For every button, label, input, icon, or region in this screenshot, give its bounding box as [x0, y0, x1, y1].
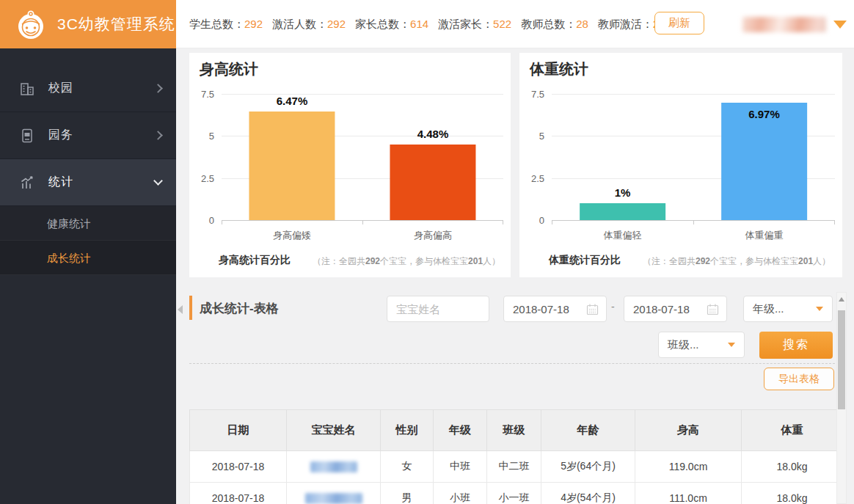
y-tick: 0 — [209, 215, 214, 226]
sidebar-item-label: 校园 — [48, 81, 73, 96]
bar-group: 6.47% — [222, 94, 362, 220]
y-tick: 5 — [539, 131, 544, 142]
y-tick: 0 — [539, 215, 544, 226]
col-gender: 性别 — [381, 410, 434, 451]
search-button[interactable]: 搜索 — [759, 332, 833, 359]
x-category-label: 体重偏重 — [693, 229, 835, 242]
user-name-redacted — [742, 17, 826, 32]
chevron-right-icon — [153, 84, 163, 93]
chart-footer: 体重统计百分比 （注：全园共292个宝宝，参与体检宝宝201人） — [519, 249, 842, 273]
weight-stats-card: 体重统计 7.5 5 2.5 0 1% 6.97% 体重偏轻 — [519, 53, 842, 277]
robot-logo-icon — [15, 7, 47, 41]
chart-footer: 身高统计百分比 （注：全园共292个宝宝，参与体检宝宝201人） — [189, 249, 511, 273]
stats-bar: 学生总数：292 激活人数：292 家长总数：614 激活家长：522 教师总数… — [189, 0, 675, 48]
y-tick: 2.5 — [531, 172, 544, 183]
date-range-separator: - — [611, 301, 615, 313]
refresh-button[interactable]: 刷新 — [654, 12, 704, 34]
chart-footer-note: （注：全园共292个宝宝，参与体检宝宝201人） — [643, 255, 831, 268]
stat-students-active: 激活人数：292 — [272, 18, 346, 32]
chart-footer-note: （注：全园共292个宝宝，参与体检宝宝201人） — [313, 255, 500, 268]
height-stats-card: 身高统计 7.5 5 2.5 0 6.47% 4.48% 身 — [189, 53, 511, 277]
col-height: 身高 — [635, 410, 742, 451]
sidebar-item-label: 园务 — [48, 128, 73, 143]
caret-down-icon — [833, 21, 847, 29]
chart-footer-label: 身高统计百分比 — [219, 254, 291, 267]
date-from-value: 2018-07-18 — [513, 303, 586, 315]
y-tick: 5 — [209, 131, 214, 142]
stats-chart-icon — [18, 173, 37, 192]
bar-value-label: 6.97% — [693, 108, 835, 120]
dashed-divider — [189, 363, 842, 364]
topbar: 学生总数：292 激活人数：292 家长总数：614 激活家长：522 教师总数… — [176, 0, 854, 48]
section-accent-bar — [189, 296, 192, 320]
app-logo[interactable]: 3C幼教管理系统 — [0, 0, 176, 48]
section-title: 成长统计-表格 — [200, 300, 279, 317]
bar — [249, 112, 335, 220]
sidebar-item-affairs[interactable]: 园务 — [0, 112, 176, 159]
class-select[interactable]: 班级... — [658, 332, 745, 358]
table-row: 2018-07-18 男 小班 小一班 4岁(54个月) 111.0cm 18.… — [190, 483, 843, 504]
bar-group: 6.97% — [693, 94, 835, 220]
baby-name-redacted — [310, 461, 357, 472]
table-row: 2018-07-18 女 中班 中二班 5岁(64个月) 119.0cm 18.… — [190, 451, 843, 483]
calendar-icon — [707, 303, 719, 315]
table-header-row: 日期 宝宝姓名 性别 年级 班级 年龄 身高 体重 — [190, 410, 843, 451]
chevron-right-icon — [153, 131, 163, 140]
x-category-label: 体重偏轻 — [552, 229, 693, 242]
bar-value-label: 4.48% — [362, 128, 503, 140]
vertical-scrollbar[interactable] — [836, 292, 847, 504]
bar-value-label: 1% — [552, 186, 693, 199]
sidebar: 校园 园务 — [0, 48, 176, 504]
col-baby-name: 宝宝姓名 — [287, 410, 381, 451]
weight-chart-plot: 7.5 5 2.5 0 1% 6.97% 体重偏轻 体重偏重 — [552, 94, 835, 220]
sidebar-item-statistics[interactable]: 统计 — [0, 159, 176, 206]
date-to-value: 2018-07-18 — [633, 303, 707, 315]
baby-name-input[interactable] — [387, 296, 489, 322]
user-menu[interactable] — [742, 0, 848, 48]
stat-parents-active: 激活家长：522 — [438, 18, 511, 32]
caret-down-icon — [816, 307, 823, 311]
app-root: 3C幼教管理系统 学生总数：292 激活人数：292 家长总数：614 激活家长… — [0, 0, 854, 504]
class-select-value: 班级... — [668, 338, 728, 352]
caret-down-icon — [728, 343, 735, 347]
height-chart-plot: 7.5 5 2.5 0 6.47% 4.48% 身高偏矮 身高偏高 — [222, 94, 503, 220]
col-age: 年龄 — [541, 410, 635, 451]
y-tick: 7.5 — [531, 89, 544, 100]
stat-parents-total: 家长总数：614 — [355, 18, 428, 32]
chevron-down-icon — [153, 176, 163, 186]
col-grade: 年级 — [434, 410, 487, 451]
bar — [580, 203, 666, 220]
y-tick: 7.5 — [201, 89, 214, 100]
app-icon — [18, 126, 37, 145]
app-title: 3C幼教管理系统 — [57, 14, 175, 34]
bar-group: 4.48% — [362, 94, 503, 220]
chart-footer-label: 体重统计百分比 — [549, 254, 621, 267]
sidebar-subitem-growth-stats[interactable]: 成长统计 — [0, 241, 176, 275]
stat-teachers-total: 教师总数：28 — [521, 18, 588, 32]
chart-title: 身高统计 — [200, 59, 258, 79]
baby-name-redacted — [305, 493, 362, 504]
col-weight: 体重 — [742, 410, 843, 451]
y-tick: 2.5 — [201, 172, 214, 183]
sidebar-item-campus[interactable]: 校园 — [0, 65, 176, 112]
grade-select-value: 年级... — [753, 302, 816, 316]
building-icon — [18, 79, 37, 98]
bar-group: 1% — [552, 94, 693, 220]
collapse-sidebar-arrow-icon[interactable] — [178, 305, 183, 314]
x-category-label: 身高偏矮 — [222, 229, 362, 242]
calendar-icon — [586, 303, 599, 315]
scrollbar-up-arrow-icon[interactable] — [839, 297, 844, 302]
x-category-label: 身高偏高 — [362, 229, 503, 242]
sidebar-item-label: 统计 — [48, 175, 73, 190]
col-date: 日期 — [190, 410, 287, 451]
grade-select[interactable]: 年级... — [743, 296, 833, 322]
chart-title: 体重统计 — [530, 59, 588, 79]
sidebar-subitem-health-stats[interactable]: 健康统计 — [0, 206, 176, 241]
export-table-button[interactable]: 导出表格 — [764, 368, 834, 390]
date-from-picker[interactable]: 2018-07-18 — [503, 296, 607, 322]
scrollbar-thumb[interactable] — [838, 310, 845, 409]
date-to-picker[interactable]: 2018-07-18 — [624, 296, 727, 322]
main-content: 身高统计 7.5 5 2.5 0 6.47% 4.48% 身 — [176, 48, 854, 504]
bar-value-label: 6.47% — [222, 95, 362, 107]
growth-data-table: 日期 宝宝姓名 性别 年级 班级 年龄 身高 体重 2018-07-18 女 — [189, 409, 843, 504]
